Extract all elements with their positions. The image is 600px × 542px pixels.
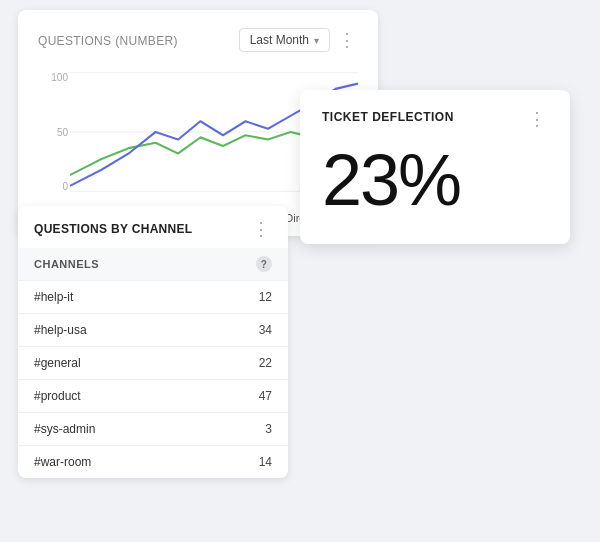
more-options-icon[interactable]: ⋮ [338,31,358,49]
time-period-dropdown[interactable]: Last Month ▾ [239,28,330,52]
channel-count: 22 [199,347,288,380]
y-axis-labels: 100 50 0 [38,72,68,192]
help-icon[interactable]: ? [256,256,272,272]
table-row: #sys-admin 3 [18,413,288,446]
channel-count: 3 [199,413,288,446]
deflection-more-options-icon[interactable]: ⋮ [528,110,548,128]
channel-card-header: QUESTIONS BY CHANNEL ⋮ [18,206,288,248]
deflection-card: TICKET DEFLECTION ⋮ 23% [300,90,570,244]
channel-more-options-icon[interactable]: ⋮ [252,220,272,238]
channel-card-title: QUESTIONS BY CHANNEL [34,222,192,236]
channel-table-body: #help-it 12 #help-usa 34 #general 22 #pr… [18,281,288,479]
channel-count: 12 [199,281,288,314]
questions-title-text: QUESTIONS (NUMBER) [38,33,178,48]
channel-count: 47 [199,380,288,413]
table-row: #war-room 14 [18,446,288,479]
table-row: #help-usa 34 [18,314,288,347]
channel-count: 14 [199,446,288,479]
channel-name: #war-room [18,446,199,479]
channel-name: #help-it [18,281,199,314]
table-row: #help-it 12 [18,281,288,314]
channel-name: #help-usa [18,314,199,347]
table-row: #general 22 [18,347,288,380]
questions-controls: Last Month ▾ ⋮ [239,28,358,52]
help-icon-cell: ? [199,248,288,281]
questions-title: QUESTIONS (NUMBER) [38,31,178,49]
deflection-value: 23% [322,144,548,216]
channel-table: CHANNELS ? #help-it 12 #help-usa 34 #gen… [18,248,288,478]
chevron-down-icon: ▾ [314,35,319,46]
channel-name: #general [18,347,199,380]
deflection-header: TICKET DEFLECTION ⋮ [322,110,548,128]
channel-name: #product [18,380,199,413]
deflection-title: TICKET DEFLECTION [322,110,454,124]
channels-column-header: CHANNELS [18,248,199,281]
channel-count: 34 [199,314,288,347]
channel-card: QUESTIONS BY CHANNEL ⋮ CHANNELS ? #help-… [18,206,288,478]
channel-name: #sys-admin [18,413,199,446]
table-row: #product 47 [18,380,288,413]
questions-card-header: QUESTIONS (NUMBER) Last Month ▾ ⋮ [38,28,358,52]
